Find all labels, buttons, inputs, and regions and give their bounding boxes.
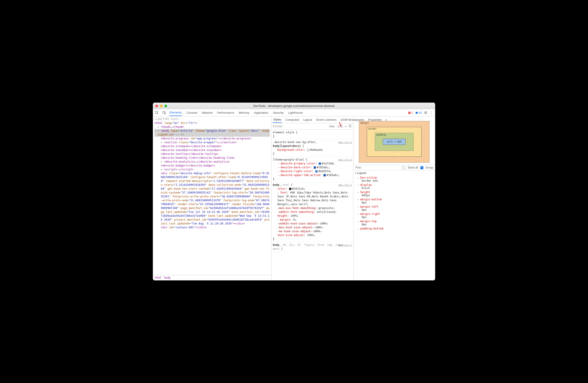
inspect-icon[interactable] [155,111,159,115]
tab-elements[interactable]: Elements [169,109,182,116]
device-toggle-icon[interactable] [162,111,166,115]
elements-panel: <!DOCTYPE html><html lang="en" dir="ltr"… [153,116,272,280]
box-content-size: 1171 × 845 [383,139,406,145]
tab-network[interactable]: Network [202,110,213,116]
styles-subtabs: StylesComputedLayoutEvent ListenersDOM B… [272,116,353,123]
subtab-layout[interactable]: Layout [303,117,313,123]
style-rule[interactable]: app.css:1body, dd, div, dl, figure, form… [272,242,353,252]
window-title: DevTools - developers.google.com/web/too… [153,104,435,108]
dom-node[interactable]: <devsite-analytics>…</devsite-analytics> [154,160,270,164]
maximize-window-button[interactable] [165,105,167,107]
devtools-window: DevTools - developers.google.com/web/too… [153,103,435,280]
dom-node[interactable]: <div class="devsite-debug-info" configur… [154,172,270,226]
computed-filter-input[interactable] [355,166,400,169]
cls-toggle[interactable]: .cls [336,125,343,128]
message-badge[interactable]: 20 [415,111,422,115]
dom-tree[interactable]: <!DOCTYPE html><html lang="en" dir="ltr"… [153,116,271,275]
subtab-computed[interactable]: Computed [285,117,299,123]
dom-node[interactable]: <script>…</script> [154,168,270,172]
dom-node[interactable]: <devsite-progress id="app-progress"></de… [154,137,270,141]
rule-source[interactable]: app.css:1 [338,243,352,247]
breadcrumb: htmlbody [153,275,271,280]
subtab-event-listeners[interactable]: Event Listeners [316,117,337,123]
box-margin-label: margin [360,122,369,124]
box-padding-label: padding [377,134,386,136]
group-label: Group [426,166,433,169]
rule-source[interactable]: app.css:1 [338,158,352,162]
computed-prop[interactable]: margin-left0px [354,205,435,212]
dom-node[interactable]: <!DOCTYPE html> [154,117,270,121]
dom-node-selected[interactable]: <body type="article" theme="google-blue"… [154,129,270,137]
rule-source[interactable]: app.css:1 [338,183,352,187]
dom-node[interactable]: <div id="contain-402"></div> [154,226,270,230]
computed-prop[interactable]: box-sizingborder-box [354,175,435,183]
error-badge[interactable]: 1 [408,111,413,115]
box-model[interactable]: margin - - border - - padding - - [354,116,435,165]
toggle-computed-icon[interactable] [349,125,352,128]
breadcrumb-item[interactable]: html [155,276,162,279]
tab-memory[interactable]: Memory [239,110,249,116]
titlebar: DevTools - developers.google.com/web/too… [153,103,435,109]
computed-prop[interactable]: margin-right0px [354,212,435,219]
showall-label: Show all [408,166,418,169]
minimize-window-button[interactable] [160,105,163,107]
computed-prop[interactable]: displayblock [354,183,435,190]
computed-props[interactable]: box-sizingborder-boxdisplayblockheight84… [354,175,435,232]
styles-rules[interactable]: element.style {}app.css:1.devsite-book-n… [272,130,353,280]
computed-prop[interactable]: margin-bottom0px [354,197,435,205]
settings-icon[interactable]: ⚙ [424,111,427,115]
breadcrumb-item[interactable]: body [164,276,171,279]
style-rule[interactable]: app.css:1body, html {color: #202124;font… [272,182,353,242]
tab-application[interactable]: Application [254,110,269,116]
tab-security[interactable]: Security [273,110,284,116]
tab-lighthouse[interactable]: Lighthouse [288,110,303,116]
styles-filter-input[interactable] [273,125,326,128]
hov-toggle[interactable]: :hov [328,125,335,128]
computed-panel: margin - - border - - padding - - [354,116,435,280]
svg-rect-2 [165,112,166,114]
dom-node[interactable]: <devsite-tooltip></devsite-tooltip> [154,152,270,156]
error-count: 1 [412,111,413,115]
computed-prop[interactable]: padding-bottom [354,227,435,231]
svg-rect-4 [416,112,418,114]
dom-node[interactable]: <devsite-sitemask></devsite-sitemask> [154,144,270,148]
tab-performance[interactable]: Performance [217,110,234,116]
group-checkbox[interactable] [420,166,423,169]
dom-node[interactable]: <devsite-heading-link></devsite-heading-… [154,156,270,160]
main-toolbar: ElementsConsoleNetworkPerformanceMemoryA… [153,109,435,116]
dom-node[interactable]: <devsite-snackbar></devsite-snackbar> [154,148,270,152]
dom-node[interactable]: <devsite-badger></devsite-badger> [154,164,270,168]
computed-prop[interactable]: height845px [354,190,435,197]
new-style-rule-button[interactable]: ＋ ➘ [344,124,347,129]
style-rule[interactable]: app.css:1[theme=google-blue] {--devsite-… [272,157,353,182]
styles-filter-row: :hov .cls ＋ ➘ [272,123,353,130]
box-border-label: border [368,128,377,130]
computed-group-layout[interactable]: Layout [354,170,435,175]
subtab-styles[interactable]: Styles [273,117,282,123]
showall-checkbox[interactable] [402,166,405,169]
computed-prop[interactable]: margin-top0px [354,219,435,227]
tab-console[interactable]: Console [186,110,197,116]
dom-node[interactable]: <head>…</head> [154,125,270,129]
more-menu-icon[interactable]: ⋮ [429,111,433,115]
dom-node[interactable]: <html lang="en" dir="ltr"> [154,121,270,125]
styles-panel: StylesComputedLayoutEvent ListenersDOM B… [272,116,354,280]
message-count: 20 [419,111,422,115]
computed-filter-row: Show all Group [354,165,435,170]
dom-node[interactable]: <section class="devsite-wrapper">…</sect… [154,141,270,144]
style-rule[interactable]: app.css:1.devsite-book-nav-bg:after,body… [272,139,353,157]
window-controls [155,105,167,107]
rule-source[interactable]: app.css:1 [338,140,352,144]
style-rule[interactable]: element.style {} [272,130,353,139]
panel-tabs: ElementsConsoleNetworkPerformanceMemoryA… [169,109,405,116]
close-window-button[interactable] [155,105,158,107]
